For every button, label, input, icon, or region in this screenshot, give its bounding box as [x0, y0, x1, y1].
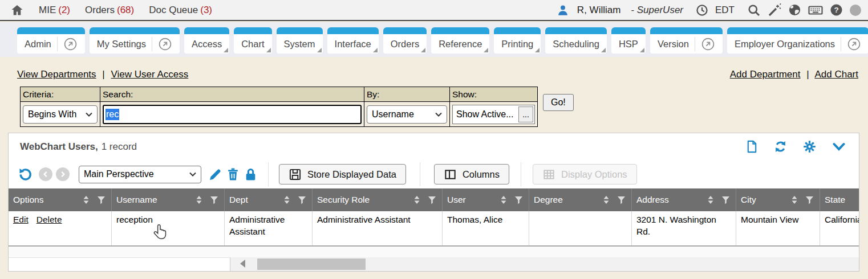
- add-chart-link[interactable]: Add Chart: [814, 69, 858, 80]
- nav-orders[interactable]: Orders(68): [85, 5, 134, 16]
- column-header-security-role[interactable]: Security Role: [312, 188, 442, 211]
- user-icon[interactable]: [557, 4, 569, 17]
- delete-perspective-icon[interactable]: [226, 167, 240, 182]
- nav-doc-queue-count: (3): [200, 5, 212, 15]
- show-filter-more-button[interactable]: ...: [518, 106, 533, 122]
- keyboard-icon[interactable]: [808, 3, 823, 17]
- tab-access[interactable]: Access: [184, 27, 229, 54]
- search-icon[interactable]: [747, 3, 761, 17]
- tab-bar: Admin My Settings Access Chart System In…: [0, 22, 868, 57]
- user-role: - SuperUser: [631, 5, 683, 16]
- reset-perspective-icon[interactable]: [18, 167, 33, 182]
- next-perspective-button[interactable]: [56, 167, 70, 181]
- store-displayed-data-label: Store Displayed Data: [307, 169, 396, 180]
- sort-icon[interactable]: [83, 195, 90, 204]
- view-departments-link[interactable]: View Departments: [17, 69, 96, 80]
- tab-chart[interactable]: Chart: [234, 27, 271, 54]
- tab-printing[interactable]: Printing: [494, 27, 541, 54]
- previous-perspective-button[interactable]: [39, 167, 52, 181]
- tab-label: Access: [192, 39, 222, 50]
- filter-icon[interactable]: [721, 196, 730, 204]
- column-header-city[interactable]: City: [736, 188, 820, 211]
- search-criteria-table: Criteria: Search: By: Show: Begins With …: [20, 87, 538, 127]
- tab-employer-organizations[interactable]: Employer Organizations: [727, 27, 868, 54]
- filter-icon[interactable]: [428, 196, 436, 204]
- column-header-dept[interactable]: Dept: [224, 188, 312, 211]
- quick-links-right: Add Department | Add Chart: [730, 69, 858, 80]
- sort-icon[interactable]: [707, 195, 714, 204]
- refresh-icon[interactable]: [773, 140, 788, 154]
- store-displayed-data-button[interactable]: Store Displayed Data: [279, 164, 406, 184]
- nav-mie[interactable]: MIE(2): [39, 5, 70, 16]
- tab-scheduling[interactable]: Scheduling: [545, 27, 607, 54]
- by-select[interactable]: Username: [367, 105, 447, 124]
- column-header-options[interactable]: Options: [9, 188, 111, 211]
- home-icon[interactable]: [10, 3, 24, 17]
- tab-interface[interactable]: Interface: [327, 27, 379, 54]
- display-options-button: Display Options: [533, 164, 637, 184]
- collapse-chevron-icon[interactable]: [832, 141, 846, 153]
- wand-icon[interactable]: [768, 3, 781, 17]
- column-header-user[interactable]: User: [442, 188, 529, 211]
- tab-label: Reference: [439, 39, 482, 50]
- sort-icon[interactable]: [791, 195, 798, 204]
- column-header-address[interactable]: Address: [631, 188, 736, 211]
- help-icon[interactable]: ?: [830, 3, 843, 17]
- menu-corner-icon: [317, 48, 322, 52]
- go-button[interactable]: Go!: [543, 94, 574, 111]
- tab-orders[interactable]: Orders: [383, 27, 427, 54]
- perspective-select[interactable]: Main Perspective: [79, 166, 201, 183]
- globe-icon[interactable]: [788, 3, 801, 17]
- filter-icon[interactable]: [805, 196, 814, 204]
- edit-link[interactable]: Edit: [13, 215, 29, 224]
- tab-label: Printing: [501, 39, 533, 50]
- criteria-select[interactable]: Begins With: [23, 105, 98, 124]
- sort-icon[interactable]: [500, 195, 507, 204]
- nav-doc-queue[interactable]: Doc Queue(3): [149, 5, 212, 16]
- sort-icon[interactable]: [283, 195, 290, 204]
- view-user-access-link[interactable]: View User Access: [111, 69, 188, 80]
- scrollbar-thumb[interactable]: [257, 259, 366, 270]
- column-header-state[interactable]: State: [820, 188, 859, 211]
- filter-icon[interactable]: [617, 196, 626, 204]
- popout-icon[interactable]: [695, 37, 715, 51]
- sort-icon[interactable]: [603, 195, 610, 204]
- horizontal-scrollbar[interactable]: [230, 257, 859, 271]
- clock-icon[interactable]: [696, 4, 708, 17]
- scroll-left-arrow[interactable]: [240, 260, 245, 268]
- add-department-link[interactable]: Add Department: [730, 69, 801, 80]
- tab-hsp[interactable]: HSP: [611, 27, 646, 54]
- columns-button[interactable]: Columns: [434, 164, 509, 184]
- tab-reference[interactable]: Reference: [431, 27, 489, 54]
- tab-admin[interactable]: Admin: [17, 27, 85, 54]
- cell-username[interactable]: reception: [111, 211, 224, 245]
- tab-label: HSP: [619, 39, 638, 50]
- panel-header-icons: [745, 140, 846, 154]
- filter-icon[interactable]: [298, 196, 306, 204]
- save-icon: [289, 168, 302, 181]
- popout-icon[interactable]: [152, 37, 172, 51]
- tab-label: Scheduling: [553, 39, 599, 50]
- tab-label: Interface: [335, 39, 371, 50]
- tab-my-settings[interactable]: My Settings: [90, 27, 180, 54]
- tab-version[interactable]: Version: [650, 27, 723, 54]
- delete-link[interactable]: Delete: [36, 215, 62, 224]
- nav-mie-count: (2): [58, 5, 70, 15]
- column-header-username[interactable]: Username: [111, 188, 224, 211]
- show-filter[interactable]: Show Active... ...: [452, 105, 535, 124]
- tab-system[interactable]: System: [277, 27, 323, 54]
- column-header-degree[interactable]: Degree: [529, 188, 631, 211]
- gear-icon[interactable]: [802, 140, 817, 154]
- tab-label: Orders: [391, 39, 419, 50]
- edit-perspective-icon[interactable]: [208, 167, 222, 182]
- filter-icon[interactable]: [514, 196, 523, 204]
- popout-icon[interactable]: [57, 37, 78, 51]
- lock-perspective-icon[interactable]: [244, 167, 258, 182]
- sort-icon[interactable]: [413, 195, 420, 204]
- filter-icon[interactable]: [97, 196, 106, 204]
- filter-icon[interactable]: [210, 196, 218, 204]
- search-input[interactable]: rec: [103, 105, 362, 124]
- sort-icon[interactable]: [196, 195, 202, 204]
- popout-icon[interactable]: [841, 37, 861, 51]
- new-document-icon[interactable]: [745, 140, 759, 154]
